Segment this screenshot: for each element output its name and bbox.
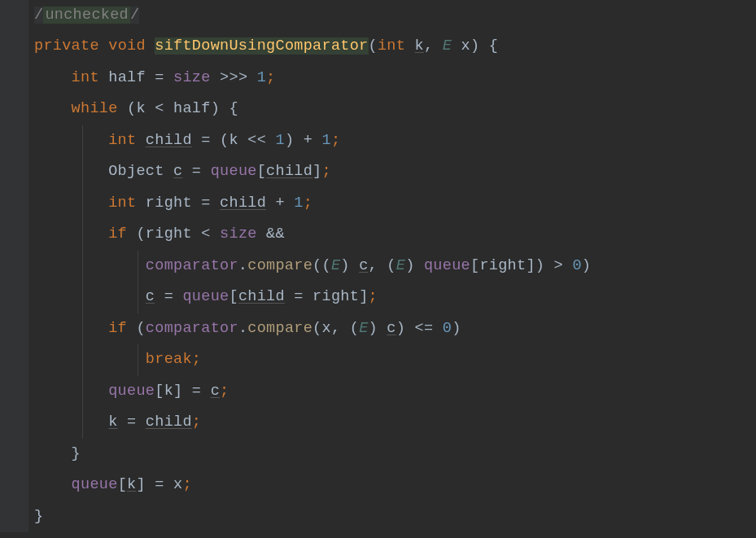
field-queue: queue xyxy=(424,257,470,274)
var-k: k xyxy=(127,476,136,493)
keyword-while: while xyxy=(72,100,118,117)
code-line[interactable]: /unchecked/ xyxy=(34,0,756,31)
code-line[interactable]: int right = child + 1; xyxy=(34,188,756,219)
var-right: right xyxy=(479,257,526,274)
var-k: k xyxy=(164,383,173,400)
var-right: right xyxy=(146,225,192,243)
param-x: x xyxy=(461,37,470,55)
var-half: half xyxy=(108,69,146,86)
keyword-private: private xyxy=(34,37,99,55)
method-compare: compare xyxy=(247,257,312,274)
code-line[interactable]: break; xyxy=(34,344,756,375)
var-child: child xyxy=(146,413,192,431)
var-child: child xyxy=(266,163,312,180)
var-child: child xyxy=(146,132,192,149)
keyword-if: if xyxy=(108,225,127,243)
method-compare: compare xyxy=(247,320,312,337)
gutter xyxy=(0,0,28,532)
method-name: siftDownUsingComparator xyxy=(155,37,368,55)
var-c: c xyxy=(173,163,182,180)
code-line[interactable]: int child = (k << 1) + 1; xyxy=(34,125,756,156)
type-cast: E xyxy=(359,320,368,337)
comment-text-hl: unchecked xyxy=(43,7,130,24)
type-cast: E xyxy=(331,257,340,274)
brace-close: } xyxy=(34,508,43,525)
comment-text: / xyxy=(34,7,43,24)
code-line[interactable]: queue[k] = c; xyxy=(34,376,756,407)
number: 1 xyxy=(275,132,284,149)
field-queue: queue xyxy=(108,383,155,400)
code-line[interactable]: if (comparator.compare(x, (E) c) <= 0) xyxy=(34,313,756,344)
var-k: k xyxy=(229,132,238,149)
code-line[interactable]: } xyxy=(34,501,756,532)
code-line[interactable]: comparator.compare((E) c, (E) queue[righ… xyxy=(34,251,756,282)
var-right: right xyxy=(146,195,192,212)
field-size: size xyxy=(220,225,257,243)
code-line[interactable]: int half = size >>> 1; xyxy=(34,63,756,94)
keyword-void: void xyxy=(108,37,146,55)
type-cast: E xyxy=(396,257,405,274)
keyword-break: break xyxy=(146,351,192,368)
code-line[interactable]: c = queue[child = right]; xyxy=(34,282,756,313)
number: 0 xyxy=(443,320,452,337)
var-child: child xyxy=(220,195,266,212)
field-queue: queue xyxy=(72,476,118,493)
paren: ( xyxy=(369,37,378,55)
var-c: c xyxy=(359,257,368,274)
number: 1 xyxy=(257,69,266,86)
var-k: k xyxy=(136,100,145,117)
keyword-int: int xyxy=(108,195,136,212)
field-comparator: comparator xyxy=(146,257,238,274)
var-k: k xyxy=(108,413,117,431)
var-c: c xyxy=(387,320,395,337)
code-line[interactable]: while (k < half) { xyxy=(34,94,756,125)
number: 1 xyxy=(294,195,303,212)
brace-close: } xyxy=(72,445,81,462)
var-right: right xyxy=(312,288,359,305)
code-line[interactable]: queue[k] = x; xyxy=(34,470,756,501)
code-line[interactable]: k = child; xyxy=(34,407,756,438)
keyword-if: if xyxy=(108,320,127,337)
type-object: Object xyxy=(108,163,164,180)
code-line[interactable]: private void siftDownUsingComparator(int… xyxy=(34,31,756,62)
keyword-int: int xyxy=(72,69,99,86)
var-c: c xyxy=(211,383,220,400)
param-k: k xyxy=(415,37,424,55)
keyword-int: int xyxy=(378,37,405,55)
field-comparator: comparator xyxy=(146,320,238,337)
param-x: x xyxy=(322,320,331,337)
var-child: child xyxy=(238,288,285,305)
field-size: size xyxy=(173,69,211,86)
number: 0 xyxy=(572,257,581,274)
var-half: half xyxy=(173,100,211,117)
field-queue: queue xyxy=(211,163,257,180)
param-x: x xyxy=(173,476,182,493)
code-line[interactable]: } xyxy=(34,439,756,470)
code-editor[interactable]: /unchecked/ private void siftDownUsingCo… xyxy=(0,0,756,532)
code-line[interactable]: if (right < size && xyxy=(34,219,756,250)
type-param: E xyxy=(443,37,452,55)
number: 1 xyxy=(322,132,331,149)
field-queue: queue xyxy=(182,288,229,305)
keyword-int: int xyxy=(108,132,136,149)
code-line[interactable]: Object c = queue[child]; xyxy=(34,156,756,187)
comment-text: / xyxy=(130,7,139,24)
var-c: c xyxy=(146,288,155,305)
